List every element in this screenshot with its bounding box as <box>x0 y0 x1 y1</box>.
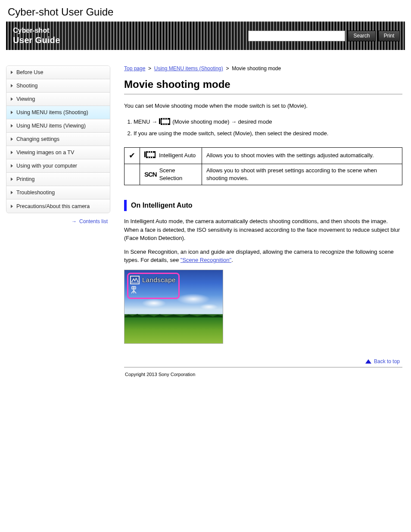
svg-point-24 <box>133 287 134 288</box>
sidebar-item-label: Using MENU items (Viewing) <box>16 123 86 129</box>
sidebar-item-label: Troubleshooting <box>16 190 55 196</box>
back-to-top-link[interactable]: Back to top <box>124 357 402 366</box>
tripod-icon <box>130 286 138 295</box>
overlay-highlight: Landscape <box>127 273 180 299</box>
sidebar-item-label: Using with your computer <box>16 163 77 169</box>
section-heading: On Intelligent Auto <box>124 200 402 211</box>
sidebar-item-computer[interactable]: Using with your computer <box>6 159 110 173</box>
movie-mode-icon <box>159 117 171 128</box>
search-button[interactable]: Search <box>348 31 376 41</box>
sidebar-item-tv[interactable]: Viewing images on a TV <box>6 146 110 159</box>
svg-rect-9 <box>165 124 165 125</box>
mode-label: Scene Selection <box>159 167 197 182</box>
chevron-right-icon <box>11 97 13 101</box>
svg-rect-16 <box>148 151 149 152</box>
step-1-c: desired mode <box>238 118 272 125</box>
print-button[interactable]: Print <box>378 31 400 41</box>
example-image: Landscape <box>124 270 223 344</box>
mode-description: Allows you to shoot with preset settings… <box>202 164 402 185</box>
steps-list: MENU → <box>124 117 402 138</box>
sidebar-item-menu-viewing[interactable]: Using MENU items (Viewing) <box>6 119 110 133</box>
contents-list-label: Contents list <box>79 218 108 224</box>
svg-rect-8 <box>162 124 163 125</box>
sidebar-item-changing-settings[interactable]: Changing settings <box>6 133 110 146</box>
step-2: If you are using the mode switch, select… <box>134 128 402 138</box>
mode-cell-scene-selection: SCN Scene Selection <box>140 164 202 185</box>
table-row: SCN Scene Selection Allows you to shoot … <box>125 164 402 185</box>
scene-recognition-link[interactable]: "Scene Recognition" <box>181 257 231 263</box>
search-input[interactable] <box>248 31 345 41</box>
arrow-right-icon: → <box>72 218 77 224</box>
svg-point-12 <box>144 151 146 152</box>
table-row: ✔ <box>125 147 402 164</box>
sidebar-item-label: Using MENU items (Shooting) <box>16 109 88 115</box>
sidebar-item-label: Printing <box>16 176 34 182</box>
svg-line-27 <box>134 290 137 293</box>
chevron-right-icon <box>11 71 13 74</box>
sidebar-item-before-use[interactable]: Before Use <box>6 66 110 79</box>
section-heading-text: On Intelligent Auto <box>131 202 193 209</box>
header-bar: Cyber-shot User Guide Search Print <box>6 22 405 50</box>
empty-cell <box>125 164 140 185</box>
chevron-right-icon <box>11 191 13 194</box>
ia-paragraph-2: In Scene Recognition, an icon and guide … <box>124 248 402 264</box>
chevron-right-icon <box>11 177 13 181</box>
chevron-right-icon <box>11 124 13 128</box>
mode-label: Intelligent Auto <box>159 152 196 159</box>
header-line2: User Guide <box>13 35 60 45</box>
svg-line-26 <box>131 290 134 293</box>
svg-rect-18 <box>152 151 153 152</box>
sidebar-item-menu-shooting[interactable]: Using MENU items (Shooting) <box>6 106 110 119</box>
svg-rect-11 <box>144 152 146 157</box>
divider <box>124 94 402 94</box>
intro-text: You can set Movie shooting mode when the… <box>124 102 402 110</box>
footer-divider <box>124 367 402 367</box>
step-1: MENU → <box>134 117 402 128</box>
breadcrumb: Top page > Using MENU items (Shooting) >… <box>124 65 402 72</box>
breadcrumb-section[interactable]: Using MENU items (Shooting) <box>154 65 223 72</box>
scn-icon: SCN <box>144 170 157 179</box>
chevron-right-icon <box>11 205 13 208</box>
svg-rect-17 <box>150 151 151 152</box>
main-content: Top page > Using MENU items (Shooting) >… <box>124 65 405 377</box>
header-line1: Cyber-shot <box>13 26 60 34</box>
sidebar-item-precautions[interactable]: Precautions/About this camera <box>6 199 110 213</box>
contents-list-link[interactable]: → Contents list <box>6 218 110 224</box>
sidebar-item-label: Before Use <box>16 69 44 75</box>
movie-mode-icon <box>144 151 156 160</box>
header-branding: Cyber-shot User Guide <box>13 26 60 45</box>
sidebar-column: Before Use Shooting Viewing Using MENU i… <box>6 65 110 224</box>
breadcrumb-current: Movie shooting mode <box>232 65 281 72</box>
sidebar-item-label: Changing settings <box>16 136 59 142</box>
chevron-right-icon <box>11 151 13 154</box>
chevron-right-icon <box>11 164 13 168</box>
checkmark-icon: ✔ <box>125 147 140 164</box>
mode-description: Allows you to shoot movies with the sett… <box>202 147 402 164</box>
back-to-top-label: Back to top <box>374 358 400 364</box>
ia-para2-after: . <box>231 257 233 263</box>
mode-table: ✔ <box>124 147 402 186</box>
sidebar-item-label: Precautions/About this camera <box>16 203 90 209</box>
breadcrumb-top[interactable]: Top page <box>124 65 145 72</box>
copyright: Copyright 2013 Sony Corporation <box>124 372 402 377</box>
sidebar-item-viewing[interactable]: Viewing <box>6 93 110 106</box>
chevron-right-icon <box>11 137 13 141</box>
mode-cell-intelligent-auto: Intelligent Auto <box>140 147 202 164</box>
sidebar-item-label: Viewing <box>16 96 35 102</box>
sidebar-item-troubleshooting[interactable]: Troubleshooting <box>6 186 110 199</box>
landscape-icon <box>130 276 140 284</box>
sidebar-item-printing[interactable]: Printing <box>6 173 110 186</box>
sidebar-item-label: Viewing images on a TV <box>16 149 74 156</box>
svg-rect-6 <box>165 118 165 120</box>
svg-rect-5 <box>162 118 163 120</box>
svg-point-1 <box>159 118 160 119</box>
section-flag-icon <box>124 200 127 211</box>
triangle-up-icon <box>365 359 371 364</box>
treeline-decoration <box>125 313 223 317</box>
sidebar-item-shooting[interactable]: Shooting <box>6 79 110 93</box>
svg-rect-0 <box>159 119 160 124</box>
svg-rect-7 <box>167 118 168 120</box>
chevron-right-icon <box>11 111 13 114</box>
sidebar: Before Use Shooting Viewing Using MENU i… <box>6 65 110 213</box>
svg-marker-22 <box>131 278 138 283</box>
